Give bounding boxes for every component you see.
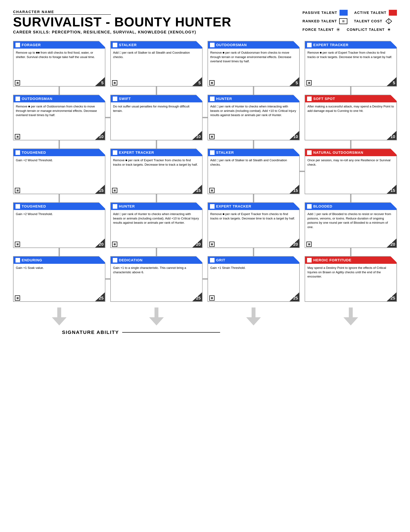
talent-card-1-2: HUNTER Add □ per rank of Hunter to check… [207, 95, 300, 140]
talent-grid: FORAGER Remove up to ■■ from skill check… [13, 41, 397, 302]
v-line-1-0 [59, 140, 60, 149]
h-connector-4-1-2 [203, 278, 207, 280]
down-arrow-2 [246, 307, 261, 325]
talent-name-2-2: STALKER [216, 151, 234, 155]
ranked-icon-2-1: ⊞ [112, 188, 117, 193]
talent-card-1-3: SOFT SPOT After making a successful atta… [305, 95, 397, 140]
v-connector-cell-2-3 [305, 194, 397, 202]
talent-name-2-3: NATURAL OUTDOORSMAN [313, 151, 363, 155]
talent-name-0-0: FORAGER [22, 43, 41, 47]
talent-name-1-2: HUNTER [216, 97, 232, 101]
ranked-icon-1-0: ⊞ [15, 134, 20, 139]
main-title: SURVIVALIST - BOUNTY HUNTER [13, 16, 303, 28]
talent-card-0-0: FORAGER Remove up to ■■ from skill check… [13, 41, 105, 86]
talent-header-3-3: BLOODED [305, 203, 396, 210]
character-name-section: CHARACTER NAME SURVIVALIST - BOUNTY HUNT… [13, 10, 303, 34]
v-line-0-2 [253, 86, 254, 95]
cost-badge-2-3: 15 [387, 185, 396, 194]
cost-badge-4-3: 25 [387, 292, 396, 301]
v-connector-cell-3-0 [13, 248, 105, 256]
talent-header-4-2: GRIT [208, 257, 299, 264]
arrows-row [13, 307, 397, 326]
talent-header-1-1: SWIFT [111, 95, 202, 102]
passive-talent-icon [340, 10, 348, 16]
talent-name-2-0: TOUGHENED [22, 151, 46, 155]
v-connector-cell-0-1 [110, 86, 203, 95]
talent-name-3-0: TOUGHENED [22, 204, 46, 209]
v-line-3-2 [253, 248, 254, 256]
talent-type-icon-4-0 [16, 258, 20, 263]
talent-card-0-1: STALKER Add □ per rank of Stalker to all… [110, 41, 203, 86]
talent-type-icon-1-2 [210, 96, 215, 101]
svg-rect-6 [252, 307, 255, 318]
ranked-icon-0-3: ⊞ [306, 80, 312, 86]
talent-description-4-3: May spend a Destiny Point to ignore the … [305, 264, 396, 285]
signature-section: SIGNATURE ABILITY [13, 330, 397, 335]
cost-badge-1-3: 10 [387, 131, 396, 140]
talent-footer-4-2: ⊞ [208, 295, 299, 301]
talent-card-3-1: HUNTER Add □ per rank of Hunter to check… [110, 202, 203, 248]
v-connector-cell-0-2 [207, 86, 300, 95]
talent-card-2-2: STALKER Add □ per rank of Stalker to all… [207, 149, 300, 194]
v-line-2-2 [253, 194, 254, 202]
talent-card-3-2: EXPERT TRACKER Remove ■ per rank of Expe… [207, 202, 300, 248]
v-connectors-1 [13, 140, 397, 149]
talent-type-icon-4-2 [210, 258, 215, 263]
passive-talent-label: PASSIVE TALENT [303, 11, 337, 15]
active-talent-icon [389, 10, 397, 16]
talent-footer-2-2: ⊞ [208, 188, 299, 194]
talent-name-4-0: ENDURING [22, 258, 42, 262]
talent-description-3-2: Remove ■ per rank of Expert Tracker from… [208, 210, 299, 227]
svg-rect-8 [349, 307, 353, 318]
talent-card-0-3: EXPERT TRACKER Remove ■ per rank of Expe… [305, 41, 397, 86]
cost-number-4-1: 25 [196, 295, 201, 301]
talent-row-0: FORAGER Remove up to ■■ from skill check… [13, 41, 397, 86]
talent-footer-0-1: ⊞ [111, 80, 202, 86]
conflict-talent-icon: ✴ [387, 27, 391, 32]
ranked-talent-label: RANKED TALENT [303, 19, 337, 23]
svg-marker-3 [52, 317, 67, 325]
talent-description-3-0: Gain +2 Wound Threshold. [14, 210, 105, 223]
talent-footer-1-3 [305, 139, 396, 140]
talent-footer-1-0: ⊞ [14, 134, 105, 140]
talent-type-icon-3-3 [307, 204, 312, 209]
cost-number-2-3: 15 [390, 188, 395, 193]
talent-description-1-2: Add □ per rank of Hunter to checks when … [208, 102, 299, 124]
v-line-1-3 [350, 140, 351, 149]
v-connector-cell-3-2 [207, 248, 300, 256]
h-connector-4-0-1 [105, 278, 110, 280]
h-connector-1-1-2 [203, 117, 207, 118]
cost-badge-1-1: 10 [192, 131, 202, 140]
talent-description-0-0: Remove up to ■■ from skill checks to fin… [14, 48, 105, 66]
talent-header-0-1: STALKER [111, 41, 202, 48]
ranked-talent-icon: ⊞ [339, 18, 347, 24]
cost-number-4-3: 25 [390, 295, 395, 301]
talent-footer-0-3: ⊞ [305, 80, 396, 86]
talent-header-3-0: TOUGHENED [14, 203, 105, 210]
talent-card-2-0: TOUGHENED Gain +2 Wound Threshold. ⊞ 15 [13, 149, 105, 194]
talent-card-0-2: OUTDOORSMAN Remove ■ per rank of Outdoor… [207, 41, 300, 86]
talent-description-0-2: Remove ■ per rank of Outdoorsman from ch… [208, 48, 299, 70]
talent-type-icon-0-2 [210, 43, 215, 47]
talent-name-0-1: STALKER [119, 43, 137, 47]
v-connector-cell-1-3 [305, 140, 397, 149]
talent-name-3-2: EXPERT TRACKER [216, 204, 251, 209]
talent-header-0-2: OUTDOORSMAN [208, 41, 299, 48]
v-connector-cell-3-1 [110, 248, 203, 256]
talent-type-icon-2-2 [210, 150, 215, 155]
h-connector-1-0-1 [105, 117, 110, 118]
talent-footer-0-0: ⊞ [14, 80, 105, 86]
talent-header-2-0: TOUGHENED [14, 149, 105, 156]
talent-header-3-2: EXPERT TRACKER [208, 203, 299, 210]
v-connector-cell-0-0 [13, 86, 105, 95]
v-connectors-3 [13, 248, 397, 256]
talent-description-2-3: Once per session, may re-roll any one Re… [305, 156, 396, 173]
career-skills: CAREER SKILLS: PERCEPTION, RESILIENCE, S… [13, 30, 303, 34]
talent-card-4-1: DEDICATION Gain +1 to a single character… [110, 256, 203, 302]
talent-type-icon-4-1 [113, 258, 117, 263]
talent-type-icon-3-0 [16, 204, 20, 209]
down-arrow-0 [52, 307, 67, 325]
talent-description-4-1: Gain +1 to a single characteristic. This… [111, 264, 202, 281]
signature-line [122, 332, 220, 332]
talent-name-0-3: EXPERT TRACKER [313, 43, 349, 47]
